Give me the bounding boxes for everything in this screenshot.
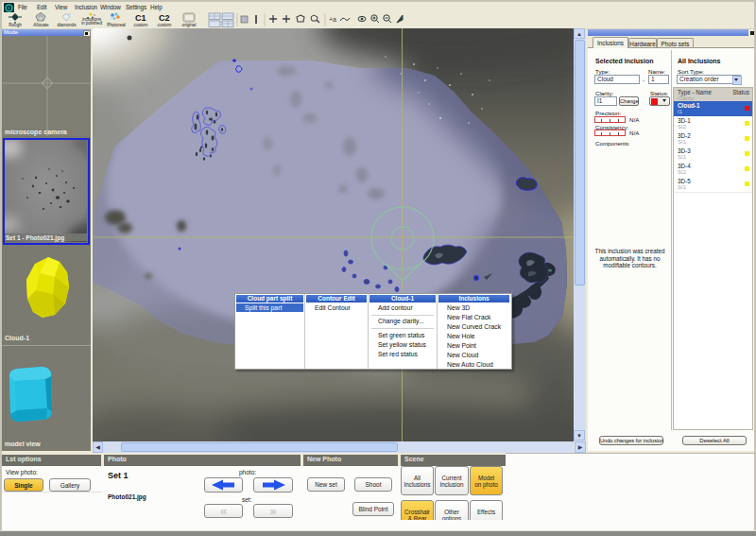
svg-text:C1: C1	[135, 13, 146, 23]
svg-text:C2: C2	[159, 13, 170, 23]
svg-text:+a: +a	[329, 16, 336, 23]
